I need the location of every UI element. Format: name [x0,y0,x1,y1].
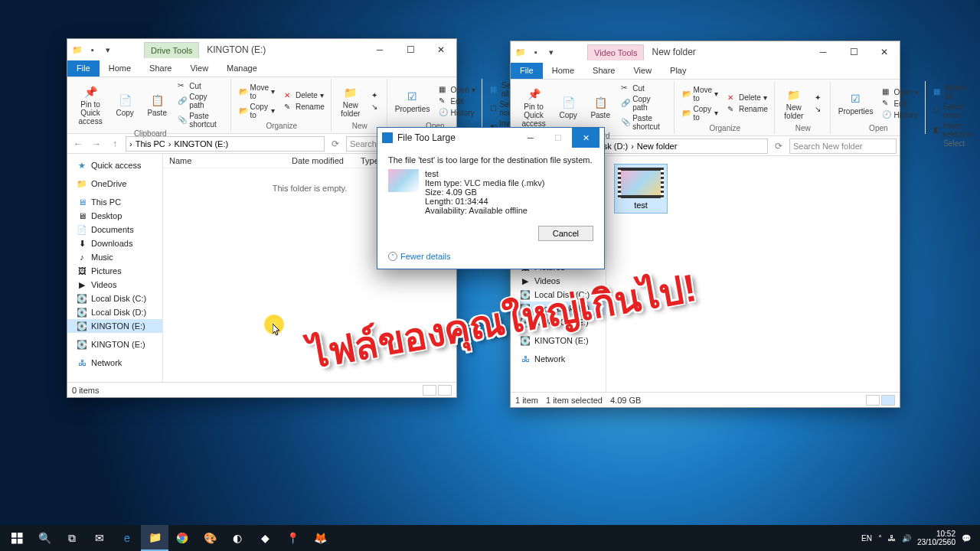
tab-play[interactable]: Play [661,63,695,79]
properties-button[interactable]: ☑Properties [392,80,433,122]
col-name[interactable]: Name [169,156,292,165]
pin-quick-access-button[interactable]: 📌Pin to Quick access [517,83,550,132]
tab-manage[interactable]: Manage [217,60,266,77]
invert-selection-button[interactable]: ◧Invert selection [930,121,978,139]
tab-share[interactable]: Share [140,60,181,77]
minimize-button[interactable]: ─ [364,39,395,60]
new-item-icon[interactable]: ✦ [812,93,827,103]
nav-pictures[interactable]: 🖼Pictures [67,264,162,278]
contextual-tab-video-tools[interactable]: Video Tools [587,44,644,60]
delete-button[interactable]: ✕Delete▾ [724,93,771,103]
new-folder-button[interactable]: 📁New folder [336,80,365,122]
nav-network[interactable]: 🖧Network [67,356,162,370]
tray-volume-icon[interactable]: 🔊 [902,534,911,543]
history-button[interactable]: 🕘History [436,107,478,118]
dialog-titlebar[interactable]: File Too Large ─ ☐ ✕ [377,128,604,148]
paste-shortcut-button[interactable]: 📎Paste shortcut [618,113,670,132]
close-button[interactable]: ✕ [869,41,900,63]
select-all-button[interactable]: ▦Select all [930,83,978,101]
qat-dropdown-icon[interactable]: ▾ [546,47,557,57]
minimize-button[interactable]: ─ [808,41,838,63]
rename-button[interactable]: ✎Rename [724,104,771,115]
view-details-button[interactable] [423,385,436,396]
nav-network[interactable]: 🖧Network [511,352,606,366]
tab-view[interactable]: View [181,60,217,77]
tab-home[interactable]: Home [100,60,140,77]
view-icons-button[interactable] [881,395,895,406]
taskbar-app-icon[interactable]: ◐ [224,525,251,551]
open-button[interactable]: ▦Open▾ [879,86,921,97]
refresh-button[interactable]: ⟳ [328,136,343,152]
nav-this-pc[interactable]: 🖥This PC [67,195,162,209]
properties-button[interactable]: ☑Properties [835,83,877,124]
select-none-button[interactable]: ☐Select none [930,102,978,120]
dialog-maximize-button[interactable]: ☐ [544,128,572,148]
paste-button[interactable]: 📋Paste [142,80,172,129]
search-button[interactable]: 🔍 [31,525,58,551]
breadcrumb[interactable]: ›This PC› KINGTON (E:) [126,136,325,152]
new-item-icon[interactable]: ✦ [368,90,384,101]
titlebar[interactable]: 📁 ▪ ▾ Video Tools New folder ─ ☐ ✕ [511,41,900,63]
dialog-close-button[interactable]: ✕ [572,128,599,148]
copy-path-button[interactable]: 🔗Copy path [618,94,670,112]
nav-quick-access[interactable]: ★Quick access [67,158,162,172]
nav-videos[interactable]: ▶Videos [67,278,162,292]
cut-button[interactable]: ✂Cut [175,80,227,91]
tab-file[interactable]: File [511,63,543,79]
move-to-button[interactable]: 📂Move to▾ [236,83,278,101]
nav-local-c[interactable]: 💽Local Disk (C:) [67,292,162,305]
refresh-button[interactable]: ⟳ [771,139,786,154]
close-button[interactable]: ✕ [426,39,456,60]
tray-notifications-icon[interactable]: 💬 [962,534,971,543]
start-button[interactable] [3,525,31,551]
nav-kington-e[interactable]: 💽KINGTON (E:) [67,319,162,333]
taskbar-mail-icon[interactable]: ✉ [86,525,113,551]
edit-button[interactable]: ✎Edit [436,96,478,106]
col-date[interactable]: Date modified [292,156,361,165]
view-icons-button[interactable] [438,385,452,396]
tray-network-icon[interactable]: 🖧 [888,534,896,543]
copy-path-button[interactable]: 🔗Copy path [175,92,227,110]
taskbar-paint-icon[interactable]: 🎨 [196,525,224,551]
rename-button[interactable]: ✎Rename [281,102,328,112]
new-folder-button[interactable]: 📁New folder [779,83,808,124]
easy-access-icon[interactable]: ↘ [368,102,384,112]
contextual-tab-drive-tools[interactable]: Drive Tools [144,42,199,58]
titlebar[interactable]: 📁 ▪ ▾ Drive Tools KINGTON (E:) ─ ☐ ✕ [67,39,456,60]
breadcrumb-drive[interactable]: KINGTON (E:) [174,139,228,148]
maximize-button[interactable]: ☐ [838,41,869,63]
nav-music[interactable]: ♪Music [67,250,162,264]
cut-button[interactable]: ✂Cut [618,83,670,93]
copy-to-button[interactable]: 📂Copy to▾ [679,104,721,122]
pin-quick-access-button[interactable]: 📌Pin to Quick access [74,80,107,129]
copy-to-button[interactable]: 📂Copy to▾ [236,102,278,120]
tab-share[interactable]: Share [583,63,624,79]
nav-kington-e-2[interactable]: 💽KINGTON (E:) [67,337,162,351]
tab-home[interactable]: Home [543,63,583,79]
dialog-minimize-button[interactable]: ─ [517,128,544,148]
tab-file[interactable]: File [67,60,100,77]
maximize-button[interactable]: ☐ [395,39,426,60]
nav-desktop[interactable]: 🖥Desktop [67,209,162,223]
search-input[interactable]: Search New folder [789,139,897,154]
taskbar-pin-icon[interactable]: 📍 [279,525,306,551]
tab-view[interactable]: View [624,63,661,79]
qat-dropdown-icon[interactable]: ▾ [103,44,113,55]
nav-downloads[interactable]: ⬇Downloads [67,236,162,250]
paste-shortcut-button[interactable]: 📎Paste shortcut [175,111,227,129]
cancel-button[interactable]: Cancel [538,226,593,241]
open-button[interactable]: ▦Open▾ [436,84,478,95]
file-test[interactable]: test [614,164,668,214]
breadcrumb-this-pc[interactable]: This PC [136,139,165,148]
nav-onedrive[interactable]: 📁OneDrive [67,177,162,191]
taskbar-app3-icon[interactable]: 🦊 [306,525,334,551]
paste-button[interactable]: 📋Paste [586,83,615,132]
forward-button[interactable]: → [89,136,104,152]
tray-chevron-icon[interactable]: ˄ [878,534,882,543]
nav-documents[interactable]: 📄Documents [67,223,162,236]
easy-access-icon[interactable]: ↘ [812,104,827,115]
back-button[interactable]: ← [70,136,86,152]
up-button[interactable]: ↑ [107,136,122,152]
taskbar-chrome-icon[interactable] [168,525,196,551]
copy-button[interactable]: 📄Copy [554,83,583,132]
